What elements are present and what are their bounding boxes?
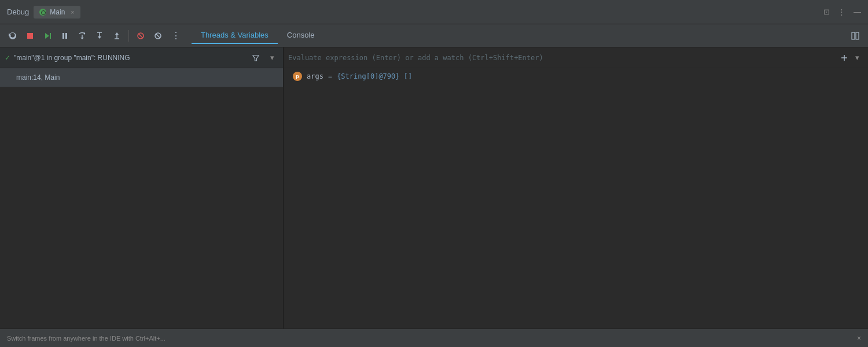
filter-icon (252, 54, 260, 62)
resume-button[interactable] (39, 28, 56, 44)
toolbar-right (847, 28, 863, 44)
expand-vars-button[interactable]: ▾ (851, 51, 863, 64)
frame-label: main:14, Main (16, 73, 60, 82)
svg-rect-18 (852, 32, 855, 39)
svg-rect-3 (62, 33, 64, 39)
svg-line-17 (156, 34, 160, 38)
thread-check-icon: ✓ (5, 54, 10, 62)
thread-frame[interactable]: main:14, Main (0, 68, 283, 87)
mute-button[interactable] (150, 28, 166, 44)
main-tab[interactable]: Main × (34, 6, 80, 19)
restore-icon[interactable]: ⊡ (823, 8, 830, 16)
status-bar: Switch frames from anywhere in the IDE w… (0, 328, 868, 347)
thread-expand-button[interactable]: ▾ (266, 51, 278, 64)
svg-rect-19 (856, 32, 859, 39)
svg-marker-7 (80, 38, 84, 39)
title-bar-left: Debug Main × (7, 6, 80, 19)
expand-icon: ▾ (270, 53, 274, 62)
more-options-icon: ⋮ (171, 30, 180, 41)
svg-line-15 (138, 34, 143, 38)
variable-value: {String[0]@790} [] (337, 72, 412, 80)
status-close-button[interactable]: × (857, 334, 861, 342)
toolbar-separator-1 (128, 30, 129, 42)
layout-button[interactable] (847, 28, 863, 44)
status-message: Switch frames from anywhere in the IDE w… (7, 335, 165, 342)
tab-threads-variables[interactable]: Threads & Variables (192, 27, 278, 44)
svg-marker-1 (45, 33, 49, 39)
variables-panel: ▾ p args = {String[0]@790} [] (284, 47, 868, 328)
expression-bar: ▾ (284, 47, 868, 68)
debug-label: Debug (7, 8, 29, 16)
restart-button[interactable] (5, 28, 21, 44)
thread-name: "main"@1 in group "main": RUNNING (14, 54, 246, 62)
main-content: ✓ "main"@1 in group "main": RUNNING ▾ ma… (0, 47, 868, 328)
mute-icon (153, 31, 163, 40)
mute-breakpoints-button[interactable] (133, 28, 149, 44)
layout-icon (851, 31, 860, 40)
title-bar-right: ⊡ ⋮ — (823, 8, 861, 16)
step-out-button[interactable] (109, 28, 125, 44)
toolbar: ⋮ Threads & Variables Console (0, 24, 868, 47)
svg-marker-12 (115, 32, 119, 35)
step-over-button[interactable] (74, 28, 90, 44)
variable-equals: = (328, 72, 332, 80)
expression-input[interactable] (288, 54, 838, 62)
tab-green-icon (39, 9, 46, 16)
menu-icon[interactable]: ⋮ (838, 8, 845, 16)
variables-list: p args = {String[0]@790} [] (284, 68, 868, 84)
step-out-icon (112, 31, 122, 40)
svg-marker-20 (253, 56, 259, 61)
title-bar: Debug Main × ⊡ ⋮ — (0, 0, 868, 24)
tab-console[interactable]: Console (278, 27, 324, 44)
threads-panel: ✓ "main"@1 in group "main": RUNNING ▾ ma… (0, 47, 284, 328)
svg-rect-0 (27, 33, 33, 39)
svg-rect-2 (50, 33, 51, 39)
svg-rect-4 (65, 33, 67, 39)
step-into-button[interactable] (91, 28, 108, 44)
thread-filter-button[interactable] (249, 51, 262, 64)
mute-breakpoints-icon (136, 31, 145, 40)
variable-name: args (307, 72, 323, 80)
variable-type-icon: p (293, 72, 302, 81)
more-options-button[interactable]: ⋮ (167, 28, 183, 44)
restart-icon (8, 31, 17, 40)
thread-header: ✓ "main"@1 in group "main": RUNNING ▾ (0, 47, 283, 68)
minimize-icon[interactable]: — (854, 8, 861, 16)
pause-icon (60, 31, 69, 40)
pause-button[interactable] (57, 28, 73, 44)
resume-icon (43, 31, 52, 40)
stop-icon (25, 31, 35, 40)
expand-vars-icon: ▾ (855, 53, 859, 62)
step-into-icon (95, 31, 104, 40)
add-watch-button[interactable] (838, 51, 851, 64)
stop-button[interactable] (22, 28, 38, 44)
tab-label: Main (50, 8, 65, 16)
svg-marker-9 (98, 36, 101, 39)
tab-close-button[interactable]: × (71, 9, 74, 16)
step-over-icon (78, 31, 87, 40)
debug-tabs: Threads & Variables Console (192, 27, 846, 44)
variable-row-args: p args = {String[0]@790} [] (284, 68, 868, 84)
add-watch-icon (840, 53, 849, 62)
